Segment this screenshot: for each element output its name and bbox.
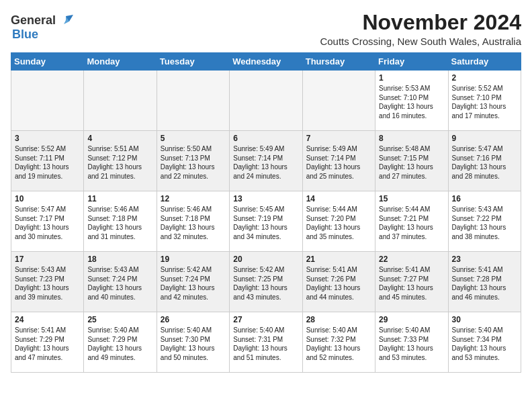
day-info: Sunrise: 5:41 AMSunset: 7:29 PMDaylight:… (15, 326, 80, 362)
day-info: Sunrise: 5:43 AMSunset: 7:23 PMDaylight:… (15, 265, 80, 302)
day-number: 22 (379, 255, 444, 264)
weekday-header-thursday: Thursday (302, 53, 375, 71)
day-number: 2 (452, 73, 517, 83)
day-number: 27 (233, 315, 298, 324)
day-number: 30 (452, 315, 517, 324)
calendar-cell: 16Sunrise: 5:43 AMSunset: 7:22 PMDayligh… (448, 191, 521, 252)
calendar-cell: 9Sunrise: 5:47 AMSunset: 7:16 PMDaylight… (448, 131, 521, 191)
calendar-cell: 22Sunrise: 5:41 AMSunset: 7:27 PMDayligh… (375, 252, 448, 312)
calendar-cell: 21Sunrise: 5:41 AMSunset: 7:26 PMDayligh… (302, 252, 375, 312)
location-title: Coutts Crossing, New South Wales, Austra… (320, 36, 521, 47)
calendar-cell: 19Sunrise: 5:42 AMSunset: 7:24 PMDayligh… (157, 252, 229, 312)
weekday-header-friday: Friday (375, 53, 448, 71)
day-number: 21 (306, 255, 371, 264)
day-info: Sunrise: 5:50 AMSunset: 7:13 PMDaylight:… (161, 144, 226, 181)
calendar-cell: 26Sunrise: 5:40 AMSunset: 7:30 PMDayligh… (157, 312, 229, 373)
day-number: 8 (379, 134, 444, 143)
calendar-cell: 25Sunrise: 5:40 AMSunset: 7:29 PMDayligh… (84, 312, 157, 373)
calendar-cell: 23Sunrise: 5:41 AMSunset: 7:28 PMDayligh… (448, 252, 521, 312)
day-number: 19 (161, 255, 226, 264)
calendar-week-row: 1Sunrise: 5:53 AMSunset: 7:10 PMDaylight… (11, 71, 521, 131)
calendar-cell: 1Sunrise: 5:53 AMSunset: 7:10 PMDaylight… (375, 71, 448, 131)
calendar-cell: 5Sunrise: 5:50 AMSunset: 7:13 PMDaylight… (157, 131, 229, 191)
day-info: Sunrise: 5:41 AMSunset: 7:28 PMDaylight:… (452, 265, 517, 302)
day-number: 16 (452, 194, 517, 203)
calendar-cell: 28Sunrise: 5:40 AMSunset: 7:32 PMDayligh… (302, 312, 375, 373)
day-number: 11 (87, 194, 152, 203)
logo-blue: Blue (12, 28, 38, 42)
day-info: Sunrise: 5:52 AMSunset: 7:11 PMDaylight:… (15, 144, 80, 181)
calendar-week-row: 24Sunrise: 5:41 AMSunset: 7:29 PMDayligh… (11, 312, 521, 373)
day-info: Sunrise: 5:45 AMSunset: 7:19 PMDaylight:… (233, 205, 298, 241)
calendar-cell: 17Sunrise: 5:43 AMSunset: 7:23 PMDayligh… (11, 252, 84, 312)
day-number: 26 (161, 315, 226, 324)
day-number: 12 (161, 194, 226, 203)
day-number: 9 (452, 134, 517, 143)
day-info: Sunrise: 5:44 AMSunset: 7:20 PMDaylight:… (306, 205, 371, 241)
calendar-cell: 6Sunrise: 5:49 AMSunset: 7:14 PMDaylight… (230, 131, 302, 191)
day-number: 3 (15, 134, 80, 143)
day-info: Sunrise: 5:41 AMSunset: 7:26 PMDaylight:… (306, 265, 371, 302)
day-info: Sunrise: 5:47 AMSunset: 7:16 PMDaylight:… (452, 144, 517, 181)
logo-bird-icon (58, 15, 73, 27)
day-info: Sunrise: 5:40 AMSunset: 7:33 PMDaylight:… (379, 326, 444, 362)
calendar-cell: 13Sunrise: 5:45 AMSunset: 7:19 PMDayligh… (230, 191, 302, 252)
day-info: Sunrise: 5:42 AMSunset: 7:25 PMDaylight:… (233, 265, 298, 302)
calendar-week-row: 3Sunrise: 5:52 AMSunset: 7:11 PMDaylight… (11, 131, 521, 191)
day-number: 18 (87, 255, 152, 264)
calendar-cell: 27Sunrise: 5:40 AMSunset: 7:31 PMDayligh… (230, 312, 302, 373)
day-info: Sunrise: 5:51 AMSunset: 7:12 PMDaylight:… (87, 144, 152, 181)
day-number: 24 (15, 315, 80, 324)
calendar-cell: 8Sunrise: 5:48 AMSunset: 7:15 PMDaylight… (375, 131, 448, 191)
day-number: 7 (306, 134, 371, 143)
calendar-week-row: 17Sunrise: 5:43 AMSunset: 7:23 PMDayligh… (11, 252, 521, 312)
title-area: November 2024 Coutts Crossing, New South… (320, 11, 521, 47)
calendar-cell (230, 71, 302, 131)
day-info: Sunrise: 5:40 AMSunset: 7:32 PMDaylight:… (306, 326, 371, 362)
day-number: 4 (87, 134, 152, 143)
weekday-header-wednesday: Wednesday (230, 53, 302, 71)
page-header: General Blue November 2024 Coutts Crossi… (11, 11, 521, 47)
calendar-cell: 29Sunrise: 5:40 AMSunset: 7:33 PMDayligh… (375, 312, 448, 373)
logo-general: General (11, 13, 56, 28)
calendar-table: SundayMondayTuesdayWednesdayThursdayFrid… (11, 52, 521, 373)
day-info: Sunrise: 5:49 AMSunset: 7:14 PMDaylight:… (306, 144, 371, 181)
calendar-week-row: 10Sunrise: 5:47 AMSunset: 7:17 PMDayligh… (11, 191, 521, 252)
calendar-cell: 11Sunrise: 5:46 AMSunset: 7:18 PMDayligh… (84, 191, 157, 252)
day-info: Sunrise: 5:43 AMSunset: 7:22 PMDaylight:… (452, 205, 517, 241)
day-number: 1 (379, 73, 444, 83)
day-info: Sunrise: 5:46 AMSunset: 7:18 PMDaylight:… (161, 205, 226, 241)
day-number: 13 (233, 194, 298, 203)
day-info: Sunrise: 5:52 AMSunset: 7:10 PMDaylight:… (452, 84, 517, 120)
day-number: 28 (306, 315, 371, 324)
calendar-cell: 2Sunrise: 5:52 AMSunset: 7:10 PMDaylight… (448, 71, 521, 131)
calendar-cell: 10Sunrise: 5:47 AMSunset: 7:17 PMDayligh… (11, 191, 84, 252)
logo: General Blue (11, 13, 73, 42)
day-number: 5 (161, 134, 226, 143)
calendar-cell: 12Sunrise: 5:46 AMSunset: 7:18 PMDayligh… (157, 191, 229, 252)
calendar-cell: 7Sunrise: 5:49 AMSunset: 7:14 PMDaylight… (302, 131, 375, 191)
calendar-cell (302, 71, 375, 131)
weekday-header-tuesday: Tuesday (157, 53, 229, 71)
day-info: Sunrise: 5:40 AMSunset: 7:30 PMDaylight:… (161, 326, 226, 362)
calendar-cell (11, 71, 84, 131)
day-info: Sunrise: 5:47 AMSunset: 7:17 PMDaylight:… (15, 205, 80, 241)
day-number: 29 (379, 315, 444, 324)
calendar-cell: 30Sunrise: 5:40 AMSunset: 7:34 PMDayligh… (448, 312, 521, 373)
weekday-header-saturday: Saturday (448, 53, 521, 71)
day-number: 25 (87, 315, 152, 324)
weekday-header-monday: Monday (84, 53, 157, 71)
calendar-cell: 18Sunrise: 5:43 AMSunset: 7:24 PMDayligh… (84, 252, 157, 312)
calendar-cell: 3Sunrise: 5:52 AMSunset: 7:11 PMDaylight… (11, 131, 84, 191)
calendar-cell: 14Sunrise: 5:44 AMSunset: 7:20 PMDayligh… (302, 191, 375, 252)
weekday-header-row: SundayMondayTuesdayWednesdayThursdayFrid… (11, 53, 521, 71)
day-number: 20 (233, 255, 298, 264)
month-title: November 2024 (320, 11, 521, 34)
day-info: Sunrise: 5:46 AMSunset: 7:18 PMDaylight:… (87, 205, 152, 241)
day-info: Sunrise: 5:43 AMSunset: 7:24 PMDaylight:… (87, 265, 152, 302)
day-info: Sunrise: 5:40 AMSunset: 7:29 PMDaylight:… (87, 326, 152, 362)
day-info: Sunrise: 5:40 AMSunset: 7:34 PMDaylight:… (452, 326, 517, 362)
calendar-cell: 20Sunrise: 5:42 AMSunset: 7:25 PMDayligh… (230, 252, 302, 312)
day-info: Sunrise: 5:40 AMSunset: 7:31 PMDaylight:… (233, 326, 298, 362)
weekday-header-sunday: Sunday (11, 53, 84, 71)
